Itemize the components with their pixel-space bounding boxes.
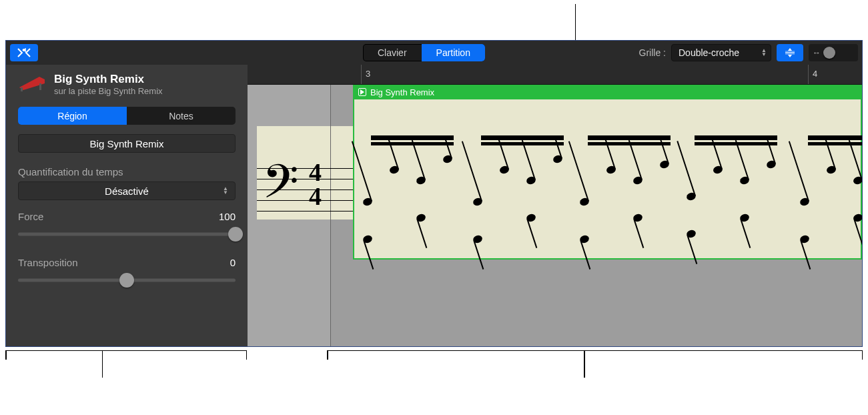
note[interactable] xyxy=(526,213,537,223)
note[interactable] xyxy=(853,213,862,223)
instrument-icon xyxy=(18,73,46,93)
score-main: 3 4 𝄢 4 4 xyxy=(248,65,862,346)
callout-line-top xyxy=(575,4,576,40)
note[interactable] xyxy=(416,213,427,223)
view-mode-partition[interactable]: Partition xyxy=(422,44,485,61)
chevron-updown-icon: ▲▼ xyxy=(761,49,767,57)
slider-thumb xyxy=(228,227,243,242)
track-subtitle: sur la piste Big Synth Remix xyxy=(54,86,163,96)
notes-layer xyxy=(353,85,862,258)
note[interactable] xyxy=(826,165,837,175)
score-area[interactable]: 𝄢 4 4 Big Synth Remix xyxy=(248,85,862,346)
note[interactable] xyxy=(632,213,644,223)
note[interactable] xyxy=(739,213,751,223)
svg-rect-6 xyxy=(39,83,41,90)
transpose-value: 0 xyxy=(230,257,236,268)
note[interactable] xyxy=(362,234,374,244)
callout-bracket-inspector xyxy=(5,350,247,377)
note[interactable] xyxy=(739,175,751,185)
time-quantize-value: Désactivé xyxy=(105,185,149,197)
vertical-zoom-button[interactable] xyxy=(777,44,803,61)
bass-clef-icon: 𝄢 xyxy=(262,159,299,216)
strength-label: Force xyxy=(18,211,43,222)
time-quantize-label: Quantification du temps xyxy=(6,163,248,181)
note[interactable] xyxy=(389,165,400,175)
note[interactable] xyxy=(766,159,777,169)
note[interactable] xyxy=(686,191,697,201)
note[interactable] xyxy=(799,197,811,207)
transpose-label: Transposition xyxy=(18,257,78,268)
ruler-tick: 3 xyxy=(361,65,374,84)
note[interactable] xyxy=(579,234,590,244)
time-signature: 4 4 xyxy=(309,160,322,208)
note[interactable] xyxy=(499,165,510,175)
grid-select-value: Double-croche xyxy=(679,47,739,58)
catch-playhead-button[interactable] xyxy=(10,44,38,61)
horizontal-autozoom-toggle[interactable]: ↔ xyxy=(809,44,858,61)
note[interactable] xyxy=(472,197,484,207)
grid-select[interactable]: Double-croche ▲▼ xyxy=(671,44,771,61)
strength-value: 100 xyxy=(219,211,236,222)
inspector-tab-region[interactable]: Région xyxy=(18,107,127,125)
arrow-left-icon: ↔ xyxy=(813,48,821,57)
midi-region[interactable]: Big Synth Remix xyxy=(353,85,862,258)
inspector-tab-notes[interactable]: Notes xyxy=(127,107,236,125)
view-mode-clavier[interactable]: Clavier xyxy=(363,44,422,61)
note[interactable] xyxy=(579,197,590,207)
time-ruler[interactable]: 3 4 xyxy=(248,65,862,85)
note[interactable] xyxy=(632,175,644,185)
chevron-updown-icon: ▲▼ xyxy=(223,187,228,195)
note[interactable] xyxy=(442,154,454,164)
grid-label: Grille : xyxy=(639,47,666,58)
time-quantize-select[interactable]: Désactivé ▲▼ xyxy=(18,181,236,200)
inspector-tab-segment: Région Notes xyxy=(18,107,236,125)
inspector-panel: Big Synth Remix sur la piste Big Synth R… xyxy=(6,41,248,346)
note[interactable] xyxy=(686,229,697,239)
note[interactable] xyxy=(853,175,862,185)
note[interactable] xyxy=(472,234,484,244)
svg-rect-1 xyxy=(25,48,26,52)
note[interactable] xyxy=(713,165,724,175)
slider-thumb xyxy=(119,273,134,288)
region-name-field[interactable]: Big Synth Remix xyxy=(18,134,236,153)
editor-window: Clavier Partition Grille : Double-croche… xyxy=(5,40,863,347)
strength-slider[interactable] xyxy=(18,226,236,242)
note[interactable] xyxy=(606,165,617,175)
track-title: Big Synth Remix xyxy=(54,73,163,86)
note[interactable] xyxy=(552,154,564,164)
note[interactable] xyxy=(799,234,811,244)
note[interactable] xyxy=(659,159,671,169)
top-bar: Clavier Partition Grille : Double-croche… xyxy=(6,41,862,65)
callout-bracket-score xyxy=(327,350,863,377)
ruler-tick: 4 xyxy=(808,65,821,84)
transpose-slider[interactable] xyxy=(18,272,236,288)
toggle-knob xyxy=(823,47,835,59)
view-mode-segment: Clavier Partition xyxy=(363,44,485,61)
note[interactable] xyxy=(416,175,427,185)
note[interactable] xyxy=(526,175,537,185)
svg-rect-5 xyxy=(21,87,23,91)
note[interactable] xyxy=(362,197,374,207)
